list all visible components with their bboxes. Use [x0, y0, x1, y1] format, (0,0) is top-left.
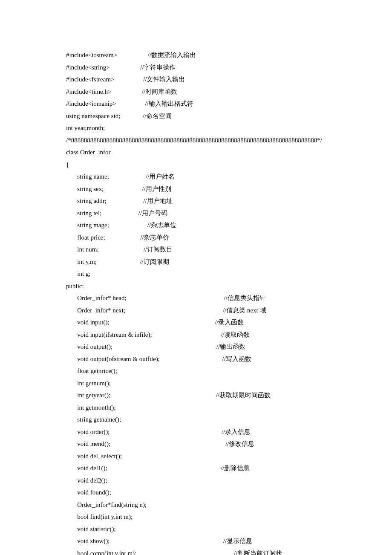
code-line: string sex; //用户性别: [66, 183, 334, 195]
code-line: using namespace std; //命名空间: [66, 110, 334, 122]
document-page: #include<iostream> //数据流输入输出 #include<st…: [0, 0, 392, 555]
code-line: #include<time.h> //时间库函数: [66, 86, 334, 98]
code-line: #include<string> //字符串操作: [66, 61, 334, 74]
code-line: int num; //订阅数目: [66, 243, 334, 256]
code-line: string tel; //用户号码: [66, 207, 334, 220]
code-line: void del2();: [66, 474, 334, 487]
code-line: void statistic();: [66, 523, 334, 535]
code-line: int getnum();: [66, 377, 334, 390]
code-line: Order_infor* head; //信息类头指针: [66, 292, 334, 304]
code-line: #include<fstream> //文件输入输出: [66, 73, 334, 86]
code-line: void mend(); //修改信息: [66, 438, 334, 450]
code-line: {: [66, 159, 334, 171]
code-line: bool find(int y,int m);: [66, 511, 334, 523]
code-line: void output(); //输出函数: [66, 341, 334, 353]
code-line: void found();: [66, 486, 334, 499]
code-line: void show(); //显示信息: [66, 535, 334, 547]
code-line: void input(); //录入函数: [66, 316, 334, 329]
code-line: void del1(); //删除信息: [66, 462, 334, 474]
code-line: int g;: [66, 268, 334, 280]
code-line: string mage; //杂志单位: [66, 219, 334, 231]
code-line: class Order_infor: [66, 146, 334, 159]
code-line: float getprice();: [66, 365, 334, 377]
code-line: int y,m; //订阅限期: [66, 256, 334, 268]
code-line: Order_infor*find(string n);: [66, 499, 334, 511]
code-line: string name; //用户姓名: [66, 171, 334, 183]
code-line: void output(ofstream & outfile); //写入函数: [66, 353, 334, 365]
code-line: #include<iostream> //数据流输入输出: [66, 49, 334, 61]
code-line: string addr; //用户地址: [66, 195, 334, 207]
code-line: bool comp(int y,int m); //判断当前订阅状: [66, 547, 334, 555]
code-line: /*88888888888888888888888888888888888888…: [66, 134, 334, 147]
code-line: void order(); //录入信息: [66, 426, 334, 438]
code-line: int getmonth();: [66, 402, 334, 414]
code-line: #include<iomanip> //输入输出格式符: [66, 98, 334, 110]
code-line: public:: [66, 280, 334, 292]
code-line: void del_select();: [66, 450, 334, 462]
code-line: int year,month;: [66, 122, 334, 134]
code-line: string getname();: [66, 413, 334, 426]
code-line: Order_infor* next; //信息类 next 域: [66, 304, 334, 317]
code-line: float price; //杂志单价: [66, 231, 334, 244]
code-line: void input(ifstream & infile); //读取函数: [66, 329, 334, 341]
code-line: int getyear(); //获取期限时间函数: [66, 389, 334, 402]
